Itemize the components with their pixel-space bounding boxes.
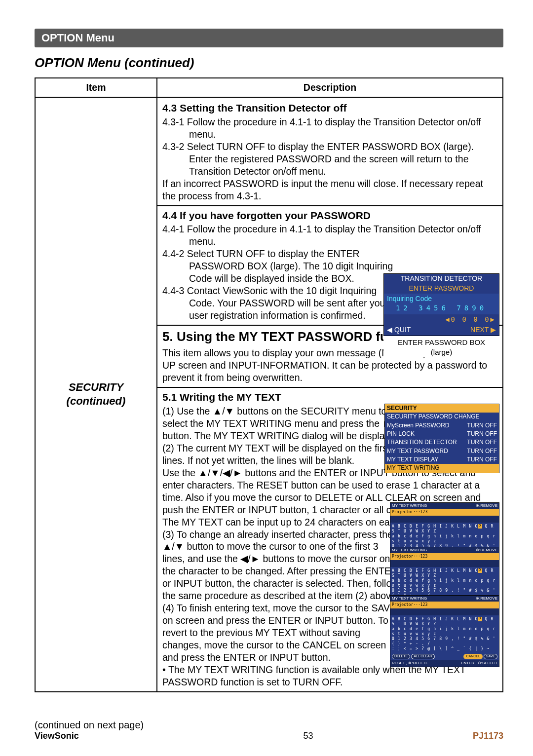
p-4-4-3c: user registration information is confirm… bbox=[189, 309, 411, 322]
h-5-1: 5.1 Writing the MY TEXT bbox=[162, 391, 497, 404]
enter-password-box-figure: TRANSITION DETECTOR ENTER PASSWORD Inqui… bbox=[383, 273, 499, 357]
h-4-3: 4.3 Setting the Transition Detector off bbox=[162, 102, 497, 115]
p-5-1-1: (1) Use the ▲/▼ buttons on the SECURITY … bbox=[162, 405, 404, 442]
p-5-1-4: (4) To finish entering text, move the cu… bbox=[162, 602, 399, 664]
p-4-4-2a: 4.4-2 Select TURN OFF to display the ENT… bbox=[162, 248, 404, 260]
h-4-4: 4.4 If you have forgotten your PASSWORD bbox=[162, 209, 497, 223]
p-5-1-2: (2) The current MY TEXT will be displaye… bbox=[162, 442, 409, 467]
p-4-4-3b: Code. Your PASSWORD will be sent after y… bbox=[189, 297, 411, 309]
p-4-3-2c: Transition Detector on/off menu. bbox=[189, 165, 497, 178]
item-continued: (continued) bbox=[40, 394, 152, 408]
kb-figure-3: MY TEXT WRITING⊗:REMOVEProjector···123A … bbox=[390, 595, 499, 667]
model-number: PJ1173 bbox=[473, 731, 503, 741]
page-number: 53 bbox=[304, 731, 313, 741]
continued-note: (continued on next page) bbox=[35, 719, 144, 730]
p-4-3-2a: 4.3-2 Select TURN OFF to display the ENT… bbox=[162, 141, 497, 153]
p-5-1-note: • The MY TEXT WRITING function is availa… bbox=[162, 664, 497, 688]
p-4-4-3a: 4.4-3 Contact ViewSonic with the 10 digi… bbox=[162, 285, 404, 297]
security-menu-figure: SECURITY SECURITY PASSWORD CHANGEMyScree… bbox=[384, 404, 499, 473]
p-4-3-1b: menu. bbox=[189, 128, 497, 141]
option-table: Item Description SECURITY (continued) TR… bbox=[35, 77, 503, 692]
p-4-4-1: 4.4-1 Follow the procedure in 4.1-1 to d… bbox=[162, 223, 497, 235]
col-item: Item bbox=[35, 78, 157, 97]
page-title: OPTION Menu (continued) bbox=[35, 55, 503, 71]
section-tab: OPTION Menu bbox=[35, 29, 503, 47]
p-4-3-2b: Enter the registered PASSWORD and the sc… bbox=[189, 153, 497, 165]
p-4-3-1: 4.3-1 Follow the procedure in 4.1-1 to d… bbox=[162, 116, 497, 128]
item-security: SECURITY bbox=[40, 380, 152, 394]
p-4-3-3: If an incorrect PASSWORD is input the me… bbox=[162, 178, 497, 202]
p-4-4-1b: menu. bbox=[189, 235, 497, 248]
col-desc: Description bbox=[157, 78, 503, 97]
brand: ViewSonic bbox=[35, 731, 79, 741]
p-5-1-3: (3) To change an already inserted charac… bbox=[162, 529, 399, 603]
p-4-4-2c: Code will be displayed inside the BOX. bbox=[189, 272, 411, 285]
p-4-4-2b: PASSWORD BOX (large). The 10 digit Inqui… bbox=[189, 260, 411, 272]
